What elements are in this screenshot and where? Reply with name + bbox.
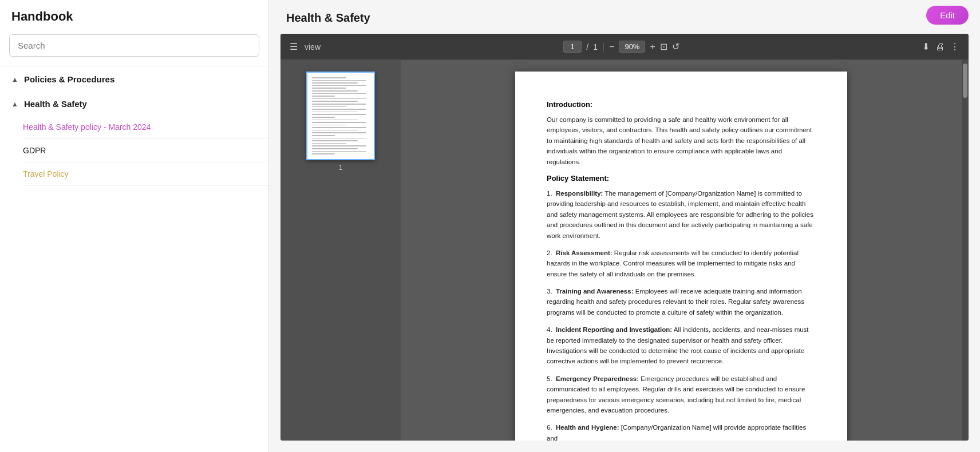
pdf-toolbar-left: ☰ view [290,41,321,52]
search-container [0,30,268,66]
pdf-document-area[interactable]: Introduction: Our company is committed t… [401,60,962,441]
policy-2-label: Risk Assessment: [556,249,612,256]
toolbar-divider: | [602,42,604,52]
nav-item-gdpr[interactable]: GDPR [23,139,268,162]
policy-item-2: 2. Risk Assessment: Regular risk assessm… [547,248,816,279]
policy-4-number: 4. [547,326,552,333]
thumbnail-page-1 [306,72,375,160]
intro-text: Our company is committed to providing a … [547,114,816,167]
policy-1-number: 1. [547,190,552,197]
nav-section-policies: ▲ Policies & Procedures ▲ Health & Safet… [0,66,268,186]
health-safety-items: Health & Safety policy - March 2024 GDPR… [11,116,268,186]
policy-2-number: 2. [547,249,552,256]
pdf-page: Introduction: Our company is committed t… [515,72,847,441]
policy-6-number: 6. [547,424,552,431]
policy-3-label: Training and Awareness: [556,288,633,295]
sidebar: Handbook ▲ Policies & Procedures ▲ Healt… [0,0,269,452]
fit-page-icon[interactable]: ⊡ [660,41,667,52]
chevron-up-icon-sub: ▲ [11,100,18,108]
health-safety-header[interactable]: ▲ Health & Safety [11,92,268,116]
policy-6-label: Health and Hygiene: [556,424,619,431]
print-icon[interactable]: 🖨 [935,42,945,52]
health-safety-label: Health & Safety [24,99,87,109]
menu-icon[interactable]: ☰ [290,41,298,52]
page-number-input[interactable] [563,41,582,53]
policy-item-1: 1. Responsibility: The management of [Co… [547,188,816,241]
main-content: Edit Health & Safety ☰ view / 1 | − + [269,0,980,452]
policy-item-4: 4. Incident Reporting and Investigation:… [547,324,816,367]
pdf-body: 1 Introduction: Our company is committed… [280,60,969,441]
app-title: Handbook [0,0,268,30]
policy-4-label: Incident Reporting and Investigation: [556,326,672,333]
scrollbar-thumb [963,64,967,98]
top-bar: Edit [926,6,969,25]
nav-item-hs-policy[interactable]: Health & Safety policy - March 2024 [23,116,268,139]
more-options-icon[interactable]: ⋮ [950,41,959,52]
pdf-right-scrollbar[interactable] [962,60,969,441]
zoom-in-button[interactable]: + [650,42,655,52]
pdf-viewer: ☰ view / 1 | − + ⊡ ↺ ⬇ 🖨 ⋮ [280,34,969,441]
policy-item-6: 6. Health and Hygiene: [Company/Organiza… [547,422,816,441]
pdf-toolbar-right: ⬇ 🖨 ⋮ [922,41,959,52]
total-pages: 1 [593,42,598,51]
zoom-input[interactable] [619,41,645,53]
intro-heading: Introduction: [547,100,816,109]
policy-item-5: 5. Emergency Preparedness: Emergency pro… [547,374,816,416]
nav-item-travel-policy[interactable]: Travel Policy [23,162,268,186]
thumbnail-number-1: 1 [339,164,343,172]
policy-1-label: Responsibility: [556,190,603,197]
policies-procedures-label: Policies & Procedures [24,74,114,84]
pdf-thumbnail-panel: 1 [280,60,401,441]
download-icon[interactable]: ⬇ [922,41,930,52]
health-safety-subsection: ▲ Health & Safety Health & Safety policy… [0,92,268,186]
view-label[interactable]: view [305,42,321,51]
pdf-toolbar: ☰ view / 1 | − + ⊡ ↺ ⬇ 🖨 ⋮ [280,34,969,60]
policy-item-3: 3. Training and Awareness: Employees wil… [547,286,816,318]
zoom-out-button[interactable]: − [609,42,614,52]
policy-5-number: 5. [547,375,552,382]
policy-5-label: Emergency Preparedness: [556,375,639,382]
edit-button[interactable]: Edit [926,6,969,25]
page-separator: / [586,42,588,51]
chevron-up-icon: ▲ [11,76,18,84]
policy-1-text: The management of [Company/Organization … [547,190,813,239]
thumbnail-item-1[interactable]: 1 [306,72,375,172]
rotate-icon[interactable]: ↺ [672,41,679,52]
pdf-toolbar-center: / 1 | − + ⊡ ↺ [326,41,916,53]
content-header: Health & Safety [269,0,980,34]
policies-procedures-header[interactable]: ▲ Policies & Procedures [0,66,268,92]
search-input[interactable] [9,34,259,57]
policy-heading: Policy Statement: [547,174,816,183]
policy-3-number: 3. [547,288,552,295]
